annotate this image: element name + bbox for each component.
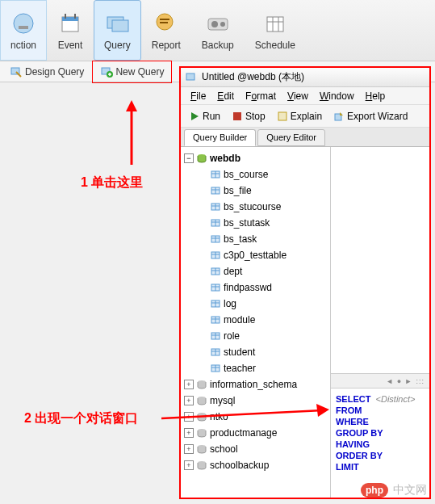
expand-icon[interactable]: +: [184, 428, 194, 438]
sql-keyword-orderby: ORDER BY: [336, 450, 425, 461]
tree-table-bs_stutask[interactable]: bs_stutask: [181, 215, 330, 231]
action-toolbar: Run Stop Explain Export Wizard: [181, 105, 429, 128]
tree-db-information_schema[interactable]: +information_schema: [181, 376, 330, 393]
svg-point-12: [211, 21, 218, 27]
export-icon: [333, 111, 345, 122]
tree-table-bs_course[interactable]: bs_course: [181, 166, 330, 183]
tree-db-productmanage[interactable]: +productmanage: [181, 425, 330, 441]
function-icon: [10, 10, 36, 36]
sql-keyword-select: SELECT: [336, 394, 370, 404]
tree-table-c3p0_testtable[interactable]: c3p0_testtable: [181, 247, 330, 263]
menu-view[interactable]: View: [282, 89, 313, 103]
menu-format[interactable]: Format: [241, 89, 281, 103]
design-query-button[interactable]: Design Query: [5, 64, 89, 80]
database-icon: [196, 460, 207, 471]
subwindow-titlebar[interactable]: Untitled @webdb (本地): [181, 68, 429, 87]
tree-table-log[interactable]: log: [181, 296, 330, 312]
svg-rect-9: [160, 19, 169, 20]
table-icon: [210, 314, 221, 326]
tree-table-dept[interactable]: dept: [181, 263, 330, 279]
table-icon: [210, 346, 221, 358]
sql-keyword-limit: LIMIT: [336, 461, 425, 472]
tree-table-module[interactable]: module: [181, 312, 330, 328]
svg-rect-21: [186, 74, 194, 80]
tree-db-mysql[interactable]: +mysql: [181, 393, 330, 409]
database-icon: [196, 395, 207, 406]
menubar: File Edit Format View Window Help: [181, 87, 429, 105]
stop-button[interactable]: Stop: [228, 109, 269, 124]
tree-db-label: webdb: [210, 153, 241, 164]
watermark: php 中文网: [361, 483, 427, 498]
collapse-icon[interactable]: −: [184, 153, 194, 163]
tree-table-findpasswd[interactable]: findpasswd: [181, 279, 330, 296]
tab-query-builder[interactable]: Query Builder: [184, 129, 256, 146]
query-subwindow: Untitled @webdb (本地) File Edit Format Vi…: [179, 66, 431, 499]
tree-table-label: student: [224, 346, 255, 358]
new-query-button[interactable]: New Query: [95, 64, 169, 80]
run-button[interactable]: Run: [186, 109, 224, 124]
backup-button[interactable]: Backup: [191, 0, 245, 61]
expand-icon[interactable]: +: [184, 460, 194, 470]
database-icon: [196, 153, 207, 164]
svg-rect-4: [65, 14, 66, 19]
svg-rect-7: [112, 20, 128, 32]
subwindow-title: Untitled @webdb (本地): [202, 70, 304, 84]
annotation-text-2: 2 出现一个对话窗口: [24, 410, 138, 427]
tree-table-label: bs_task: [224, 233, 257, 245]
tree-db-schoolbackup[interactable]: +schoolbackup: [181, 457, 330, 473]
sql-keyword-having: HAVING: [336, 439, 425, 450]
tree-db-school[interactable]: +school: [181, 441, 330, 457]
tree-table-student[interactable]: student: [181, 344, 330, 360]
sql-panel[interactable]: SELECT <Distinct> FROM WHERE GROUP BY HA…: [331, 388, 429, 498]
stop-icon: [232, 111, 243, 122]
svg-rect-10: [160, 22, 168, 23]
menu-file[interactable]: File: [186, 89, 211, 103]
query-button[interactable]: Query: [94, 0, 141, 61]
menu-window[interactable]: Window: [315, 89, 359, 103]
tree-db-label: school: [210, 443, 238, 455]
menu-edit[interactable]: Edit: [212, 89, 239, 103]
tree-db-webdb[interactable]: − webdb: [181, 150, 330, 166]
table-icon: [210, 298, 221, 309]
menu-help[interactable]: Help: [361, 89, 391, 103]
svg-rect-22: [233, 112, 241, 120]
new-query-label: New Query: [115, 66, 164, 78]
svg-point-0: [14, 14, 33, 33]
expand-icon[interactable]: +: [184, 396, 194, 405]
expand-icon[interactable]: +: [184, 412, 194, 422]
scroll-stub[interactable]: ◄ ● ► :::: [331, 373, 429, 388]
tree-table-bs_task[interactable]: bs_task: [181, 231, 330, 247]
stop-label: Stop: [245, 111, 266, 122]
event-button[interactable]: Event: [47, 0, 94, 61]
schedule-icon: [262, 10, 288, 36]
tree-table-label: log: [224, 298, 236, 309]
tree-table-label: dept: [224, 266, 242, 277]
resize-grip-icon[interactable]: :::: [416, 377, 425, 385]
export-wizard-button[interactable]: Export Wizard: [330, 109, 411, 124]
table-icon: [210, 266, 221, 277]
tree-table-label: findpasswd: [224, 282, 272, 293]
tab-query-editor[interactable]: Query Editor: [257, 129, 325, 146]
tree-pane[interactable]: − webdb bs_coursebs_filebs_stucoursebs_s…: [181, 147, 331, 498]
tree-db-label: schoolbackup: [210, 460, 269, 471]
svg-rect-5: [74, 14, 76, 19]
window-icon: [186, 72, 197, 83]
explain-button[interactable]: Explain: [274, 109, 325, 124]
expand-icon[interactable]: +: [184, 380, 194, 389]
tree-db-ntko[interactable]: +ntko: [181, 409, 330, 425]
tree-table-bs_stucourse[interactable]: bs_stucourse: [181, 199, 330, 215]
tree-table-role[interactable]: role: [181, 328, 330, 344]
tree-db-label: mysql: [210, 395, 235, 406]
expand-icon[interactable]: +: [184, 444, 194, 454]
scroll-handle-icon[interactable]: ◄ ● ►: [386, 377, 412, 385]
query-canvas[interactable]: [331, 147, 429, 373]
database-icon: [196, 427, 207, 439]
tree-table-bs_file[interactable]: bs_file: [181, 183, 330, 199]
database-icon: [196, 443, 207, 455]
report-button[interactable]: Report: [141, 0, 191, 61]
schedule-button[interactable]: Schedule: [245, 0, 306, 61]
function-button[interactable]: nction: [0, 0, 47, 61]
tree-table-teacher[interactable]: teacher: [181, 360, 330, 376]
php-logo-icon: php: [361, 483, 388, 498]
tree-db-label: ntko: [210, 411, 228, 422]
